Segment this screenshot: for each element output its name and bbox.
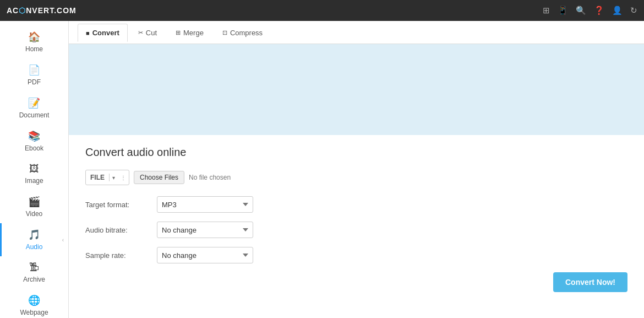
tab-compress-label: Compress bbox=[230, 29, 263, 37]
file-source-more-icon[interactable]: ⋮ bbox=[118, 175, 129, 181]
target-format-field: Target format: MP3 WAV OGG FLAC AAC M4A … bbox=[85, 196, 627, 213]
webpage-icon: 🌐 bbox=[28, 294, 40, 306]
archive-icon: 🗜 bbox=[29, 262, 39, 273]
sidebar-label-pdf: PDF bbox=[28, 78, 41, 86]
search-icon[interactable]: 🔍 bbox=[576, 6, 586, 15]
topbar: AC⬡NVERT.COM ⊞ 📱 🔍 ❓ 👤 ↻ bbox=[0, 0, 644, 21]
convert-tab-icon: ■ bbox=[86, 30, 90, 36]
sample-rate-select[interactable]: No change 8000 Hz 16000 Hz 22050 Hz 4410… bbox=[157, 247, 253, 263]
sidebar-label-ebook: Ebook bbox=[25, 144, 43, 152]
choose-files-button[interactable]: Choose Files bbox=[134, 171, 184, 184]
tab-merge-label: Merge bbox=[183, 29, 204, 37]
audio-icon: 🎵 bbox=[28, 229, 40, 241]
ebook-icon: 📚 bbox=[28, 130, 40, 142]
sidebar-label-video: Video bbox=[26, 210, 42, 218]
file-source-label: FILE bbox=[86, 174, 110, 181]
main-form-area: Convert audio online FILE ▾ ⋮ Choose Fil… bbox=[69, 135, 644, 318]
video-icon: 🎬 bbox=[28, 196, 40, 208]
refresh-icon[interactable]: ↻ bbox=[630, 6, 637, 15]
cut-tab-icon: ✂ bbox=[138, 29, 143, 36]
user-icon[interactable]: 👤 bbox=[612, 6, 623, 15]
tab-cut-label: Cut bbox=[146, 29, 157, 37]
sidebar-label-archive: Archive bbox=[23, 276, 45, 283]
sidebar-item-document[interactable]: 📝 Document bbox=[0, 91, 68, 125]
audio-bitrate-select[interactable]: No change 64 kbps 128 kbps 192 kbps 256 … bbox=[157, 222, 253, 238]
audio-bitrate-field: Audio bitrate: No change 64 kbps 128 kbp… bbox=[85, 222, 627, 238]
compress-tab-icon: ⊡ bbox=[222, 29, 227, 36]
audio-bitrate-label: Audio bitrate: bbox=[85, 226, 157, 234]
tab-cut[interactable]: ✂ Cut bbox=[130, 24, 165, 42]
tabbar: ■ Convert ✂ Cut ⊞ Merge ⊡ Compress bbox=[69, 21, 644, 44]
sidebar-label-document: Document bbox=[19, 111, 50, 119]
document-icon: 📝 bbox=[28, 97, 40, 109]
sample-rate-field: Sample rate: No change 8000 Hz 16000 Hz … bbox=[85, 247, 627, 263]
file-input-row: FILE ▾ ⋮ Choose Files No file chosen bbox=[85, 170, 627, 185]
convert-now-button[interactable]: Convert Now! bbox=[553, 272, 627, 292]
help-icon[interactable]: ❓ bbox=[594, 6, 604, 15]
home-icon: 🏠 bbox=[28, 31, 40, 43]
sidebar-item-webpage[interactable]: 🌐 Webpage bbox=[0, 289, 68, 318]
sidebar-item-archive[interactable]: 🗜 Archive bbox=[0, 256, 68, 289]
target-format-select[interactable]: MP3 WAV OGG FLAC AAC M4A WMA bbox=[157, 196, 253, 213]
sidebar-item-image[interactable]: 🖼 Image bbox=[0, 158, 68, 190]
no-file-chosen-text: No file chosen bbox=[189, 174, 231, 181]
mobile-icon[interactable]: 📱 bbox=[558, 6, 568, 15]
sidebar-item-ebook[interactable]: 📚 Ebook bbox=[0, 125, 68, 158]
grid-icon[interactable]: ⊞ bbox=[543, 6, 550, 15]
pdf-icon: 📄 bbox=[28, 64, 40, 76]
sidebar-label-webpage: Webpage bbox=[20, 309, 48, 316]
tab-compress[interactable]: ⊡ Compress bbox=[214, 24, 271, 42]
sidebar-label-audio: Audio bbox=[26, 243, 43, 251]
file-source-selector[interactable]: FILE ▾ ⋮ bbox=[85, 170, 129, 185]
file-source-dropdown-arrow[interactable]: ▾ bbox=[110, 175, 118, 181]
sidebar-item-pdf[interactable]: 📄 PDF bbox=[0, 58, 68, 91]
sidebar-item-home[interactable]: 🏠 Home bbox=[0, 25, 68, 58]
page-title: Convert audio online bbox=[85, 146, 627, 159]
sidebar-item-audio[interactable]: 🎵 Audio ‹ bbox=[0, 223, 68, 256]
sidebar-item-video[interactable]: 🎬 Video bbox=[0, 190, 68, 223]
convert-button-row: Convert Now! bbox=[85, 272, 627, 292]
content-area: ■ Convert ✂ Cut ⊞ Merge ⊡ Compress Conve… bbox=[69, 21, 644, 318]
sidebar-label-image: Image bbox=[25, 177, 43, 185]
topbar-icons: ⊞ 📱 🔍 ❓ 👤 ↻ bbox=[543, 6, 637, 15]
tab-convert-label: Convert bbox=[92, 29, 119, 37]
chevron-left-icon: ‹ bbox=[62, 237, 64, 243]
target-format-label: Target format: bbox=[85, 201, 157, 209]
sidebar: 🏠 Home 📄 PDF 📝 Document 📚 Ebook 🖼 Image … bbox=[0, 21, 69, 318]
tab-convert[interactable]: ■ Convert bbox=[78, 24, 128, 42]
tab-merge[interactable]: ⊞ Merge bbox=[167, 24, 212, 42]
sample-rate-label: Sample rate: bbox=[85, 251, 157, 260]
main-layout: 🏠 Home 📄 PDF 📝 Document 📚 Ebook 🖼 Image … bbox=[0, 21, 644, 318]
sidebar-label-home: Home bbox=[25, 45, 43, 53]
logo: AC⬡NVERT.COM bbox=[7, 6, 77, 15]
ad-banner bbox=[69, 44, 644, 135]
merge-tab-icon: ⊞ bbox=[176, 29, 181, 36]
image-icon: 🖼 bbox=[29, 163, 39, 175]
